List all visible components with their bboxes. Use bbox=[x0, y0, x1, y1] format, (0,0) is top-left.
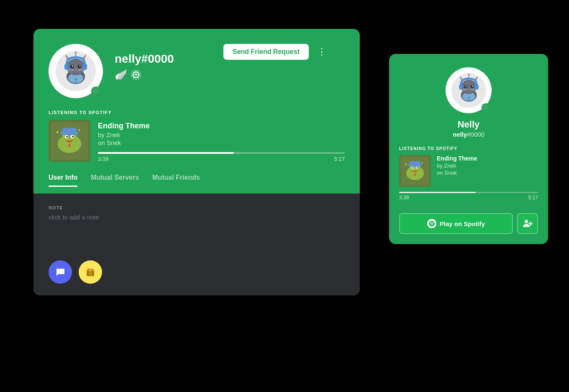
card-front-track-artist: by Znek bbox=[437, 163, 538, 169]
spotify-icon bbox=[427, 219, 436, 228]
card-front-album-art: ✦ ✦ bbox=[399, 155, 431, 187]
card-front-current-time: 3:39 bbox=[399, 195, 409, 201]
card-front-header: Nelly nelly#0000 bbox=[389, 54, 548, 146]
svg-rect-37 bbox=[89, 271, 92, 276]
tab-user-info[interactable]: User Info bbox=[49, 174, 77, 187]
add-friend-small-button[interactable] bbox=[517, 213, 538, 234]
card-front-progress: 3:39 5:17 bbox=[399, 192, 538, 201]
more-options-button[interactable]: ⋮ bbox=[314, 45, 331, 59]
svg-point-14 bbox=[75, 69, 77, 70]
svg-rect-67 bbox=[410, 161, 420, 166]
svg-point-32 bbox=[66, 136, 68, 137]
profile-card-front: Nelly nelly#0000 LISTENING TO SPOTIFY bbox=[389, 54, 548, 244]
spotify-label: LISTENING TO SPOTIFY bbox=[49, 110, 345, 115]
svg-point-70 bbox=[413, 167, 414, 168]
svg-point-62 bbox=[467, 99, 469, 102]
svg-point-43 bbox=[461, 79, 477, 94]
svg-rect-39 bbox=[89, 270, 92, 271]
svg-point-49 bbox=[467, 73, 469, 75]
card-back-bottom: NOTE click to add a note bbox=[33, 193, 360, 260]
svg-rect-60 bbox=[475, 84, 479, 89]
svg-text:✦: ✦ bbox=[421, 162, 423, 164]
svg-point-33 bbox=[72, 136, 74, 137]
play-on-spotify-button[interactable]: Play on Spotify bbox=[399, 213, 513, 234]
progress-bar-bg bbox=[98, 152, 345, 154]
svg-text:✦: ✦ bbox=[56, 130, 59, 135]
card-front-spotify-label: LISTENING TO SPOTIFY bbox=[399, 146, 538, 151]
tabs-row: User Info Mutual Servers Mutual Friends bbox=[33, 162, 360, 187]
play-spotify-label: Play on Spotify bbox=[440, 220, 485, 227]
card-front-display-name: Nelly bbox=[458, 119, 480, 130]
svg-rect-59 bbox=[459, 84, 463, 89]
svg-text:✦: ✦ bbox=[405, 163, 408, 166]
svg-text:✦: ✦ bbox=[78, 128, 81, 132]
message-icon bbox=[56, 267, 65, 277]
card-front-progress-fill bbox=[399, 192, 476, 193]
svg-rect-20 bbox=[83, 64, 87, 70]
track-artist: by Znek bbox=[98, 131, 345, 138]
gift-button[interactable] bbox=[79, 260, 102, 284]
card-back-footer bbox=[33, 260, 360, 295]
card-front-track-info: Ending Theme by Znek on Snek bbox=[437, 155, 538, 176]
message-button[interactable] bbox=[49, 260, 72, 284]
svg-point-22 bbox=[74, 81, 77, 84]
avatar-wrap bbox=[49, 44, 103, 98]
card-front-status-dot bbox=[482, 103, 490, 112]
boost-badge-icon bbox=[131, 69, 141, 80]
card-front-track-title: Ending Theme bbox=[437, 155, 538, 162]
card-front-tag: nelly#0000 bbox=[453, 131, 484, 138]
svg-point-12 bbox=[72, 66, 73, 67]
album-art-image: ✦ ✦ bbox=[51, 122, 88, 160]
profile-card-back: nelly#0000 🪽 Send Friend Request ⋮ LIS bbox=[33, 29, 360, 295]
badges-row: 🪽 bbox=[115, 69, 174, 81]
track-info: Ending Theme by Znek on Snek 3:39 5:17 bbox=[98, 120, 345, 162]
card-front-times: 3:39 5:17 bbox=[399, 195, 538, 201]
send-friend-request-button[interactable]: Send Friend Request bbox=[223, 44, 309, 60]
svg-point-52 bbox=[465, 85, 466, 87]
svg-rect-29 bbox=[62, 128, 77, 135]
svg-point-3 bbox=[67, 59, 85, 75]
svg-marker-24 bbox=[135, 73, 137, 76]
svg-point-61 bbox=[467, 97, 469, 99]
card-front-track-album: on Snek bbox=[437, 170, 538, 176]
card-back-header: nelly#0000 🪽 Send Friend Request ⋮ bbox=[33, 29, 360, 98]
tab-mutual-friends[interactable]: Mutual Friends bbox=[152, 174, 200, 187]
status-indicator bbox=[91, 87, 100, 96]
svg-point-13 bbox=[79, 66, 81, 67]
progress-times: 3:39 5:17 bbox=[98, 156, 345, 162]
svg-rect-19 bbox=[64, 64, 69, 70]
svg-point-74 bbox=[429, 221, 435, 227]
card-front-discriminator: #0000 bbox=[467, 131, 484, 138]
total-time: 5:17 bbox=[334, 156, 345, 162]
spotify-section: LISTENING TO SPOTIFY bbox=[33, 98, 360, 162]
current-time: 3:39 bbox=[98, 156, 108, 162]
card-front-username: nelly bbox=[453, 131, 467, 138]
action-buttons-area: Send Friend Request ⋮ bbox=[223, 44, 331, 60]
card-front-actions: Play on Spotify bbox=[389, 207, 548, 244]
gift-icon bbox=[86, 267, 95, 277]
progress-bar-fill bbox=[98, 152, 234, 154]
progress-bar: 3:39 5:17 bbox=[98, 152, 345, 162]
card-front-track-row: ✦ ✦ Ending Theme by Znek on Snek bbox=[399, 155, 538, 187]
card-front-album-art-image: ✦ ✦ bbox=[401, 157, 429, 185]
card-front-spotify-section: LISTENING TO SPOTIFY bbox=[389, 146, 548, 207]
svg-point-9 bbox=[74, 51, 77, 54]
svg-point-71 bbox=[417, 167, 418, 168]
note-input[interactable]: click to add a note bbox=[49, 214, 345, 221]
add-friend-icon bbox=[523, 219, 533, 229]
user-info-header: nelly#0000 🪽 bbox=[115, 44, 174, 81]
spotify-track-row: ✦ ✦ Ending Theme by Znek on Snek 3:39 bbox=[49, 120, 345, 162]
svg-point-21 bbox=[74, 78, 77, 81]
card-front-avatar-wrap bbox=[446, 67, 492, 113]
tab-mutual-servers[interactable]: Mutual Servers bbox=[91, 174, 139, 187]
card-front-total-time: 5:17 bbox=[528, 195, 538, 201]
note-label: NOTE bbox=[49, 205, 345, 210]
svg-point-53 bbox=[472, 85, 473, 87]
svg-point-75 bbox=[525, 220, 528, 223]
nitro-badge-icon: 🪽 bbox=[115, 69, 127, 81]
track-title: Ending Theme bbox=[98, 122, 345, 130]
avatar-image bbox=[53, 48, 99, 94]
card-front-progress-bg bbox=[399, 192, 538, 193]
svg-point-54 bbox=[468, 88, 469, 89]
track-album: on Snek bbox=[98, 139, 345, 146]
